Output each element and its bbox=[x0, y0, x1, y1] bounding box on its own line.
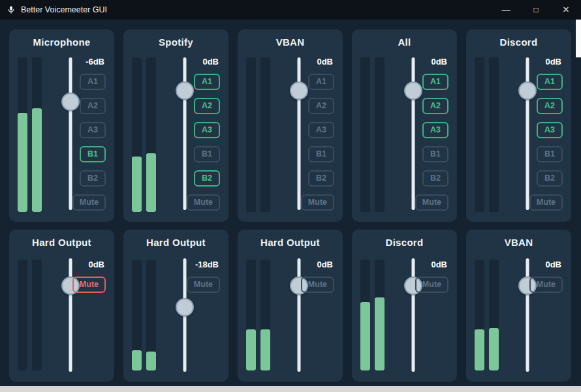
bus-a1-button[interactable]: A1 bbox=[537, 74, 563, 90]
slider-track bbox=[412, 57, 415, 210]
gain-db-label: 0dB bbox=[545, 260, 561, 271]
vu-meter-left bbox=[475, 260, 484, 370]
window-controls: — □ × bbox=[491, 0, 581, 20]
vu-meter-right-fill bbox=[146, 352, 156, 370]
vu-meters bbox=[132, 57, 156, 212]
vu-meter-right-fill bbox=[375, 297, 385, 370]
mute-button[interactable]: Mute bbox=[72, 277, 106, 293]
strip-controls: 0dB A1A2A3B1B2Mute bbox=[187, 57, 220, 211]
gain-db-label: 0dB bbox=[317, 57, 333, 68]
mute-button[interactable]: Mute bbox=[415, 277, 448, 293]
vu-meter-left bbox=[246, 57, 256, 212]
bus-b2-button[interactable]: B2 bbox=[80, 170, 106, 187]
close-button[interactable]: × bbox=[551, 0, 581, 20]
vu-meter-left bbox=[18, 57, 27, 212]
slider-knob[interactable] bbox=[176, 298, 194, 316]
bus-a2-button[interactable]: A2 bbox=[194, 98, 220, 114]
mute-button[interactable]: Mute bbox=[72, 194, 106, 211]
titlebar: Better Voicemeeter GUI — □ × bbox=[0, 0, 581, 20]
bus-buttons: A1A2A3B1B2Mute bbox=[529, 74, 563, 211]
gain-db-label: 0dB bbox=[431, 260, 447, 271]
bus-buttons: A1A2A3B1B2Mute bbox=[415, 74, 448, 211]
bus-buttons: A1A2A3B1B2Mute bbox=[72, 74, 106, 211]
bus-b1-button[interactable]: B1 bbox=[194, 146, 220, 162]
bus-b1-button[interactable]: B1 bbox=[537, 146, 563, 162]
slider-track bbox=[526, 57, 529, 210]
bus-buttons: A1A2A3B1B2Mute bbox=[301, 74, 334, 211]
strip-title: All bbox=[352, 29, 457, 48]
vu-meters bbox=[360, 260, 385, 370]
mute-button[interactable]: Mute bbox=[529, 194, 563, 211]
mute-button[interactable]: Mute bbox=[301, 277, 334, 293]
bus-a2-button[interactable]: A2 bbox=[537, 98, 563, 114]
mute-button[interactable]: Mute bbox=[187, 277, 220, 293]
slider-track bbox=[69, 258, 72, 372]
bus-b1-button[interactable]: B1 bbox=[422, 146, 448, 162]
vu-meter-left-fill bbox=[475, 329, 484, 370]
bus-a1-button[interactable]: A1 bbox=[422, 74, 448, 90]
bus-a3-button[interactable]: A3 bbox=[537, 122, 563, 138]
bus-a1-button[interactable]: A1 bbox=[80, 74, 106, 90]
bus-b2-button[interactable]: B2 bbox=[194, 170, 220, 187]
mute-button[interactable]: Mute bbox=[301, 194, 334, 211]
channel-strip: Hard Output -18dB Mute bbox=[123, 230, 228, 382]
vu-meter-right-fill bbox=[260, 329, 270, 370]
vu-meter-right-fill bbox=[146, 153, 156, 212]
vu-meter-right bbox=[146, 57, 156, 212]
bus-b2-button[interactable]: B2 bbox=[308, 170, 334, 187]
vu-meter-left-fill bbox=[132, 157, 142, 212]
strip-controls: 0dB Mute bbox=[415, 260, 448, 293]
strip-title: Hard Output bbox=[238, 230, 343, 248]
vu-meter-right bbox=[260, 57, 270, 212]
strip-title: Hard Output bbox=[123, 230, 228, 248]
bus-a2-button[interactable]: A2 bbox=[80, 98, 106, 114]
vu-meter-left-fill bbox=[360, 302, 370, 370]
slider-track bbox=[183, 57, 187, 210]
vu-meter-right bbox=[32, 57, 42, 212]
strip-title: Discord bbox=[466, 29, 571, 48]
slider-track bbox=[412, 258, 415, 372]
vu-meter-left bbox=[18, 260, 27, 370]
vu-meters bbox=[18, 260, 42, 370]
slider-track bbox=[69, 57, 72, 210]
bus-a3-button[interactable]: A3 bbox=[422, 122, 448, 138]
bus-a2-button[interactable]: A2 bbox=[422, 98, 448, 114]
bus-b2-button[interactable]: B2 bbox=[537, 170, 563, 187]
vu-meters bbox=[246, 57, 270, 212]
minimize-button[interactable]: — bbox=[491, 0, 521, 20]
bus-a1-button[interactable]: A1 bbox=[308, 74, 334, 90]
bus-buttons: Mute bbox=[187, 277, 220, 293]
vu-meter-left bbox=[360, 57, 370, 212]
right-scrollbar-sliver[interactable] bbox=[576, 20, 581, 57]
mute-button[interactable]: Mute bbox=[187, 194, 220, 211]
gain-db-label: -18dB bbox=[195, 260, 219, 271]
bus-b1-button[interactable]: B1 bbox=[308, 146, 334, 162]
strip-controls: 0dB Mute bbox=[72, 260, 106, 293]
vu-meter-right bbox=[146, 260, 156, 370]
channel-strip: Spotify 0dB A1A2A3B1B2Mute bbox=[123, 29, 228, 222]
strip-controls: 0dB A1A2A3B1B2Mute bbox=[301, 57, 334, 211]
bus-a3-button[interactable]: A3 bbox=[194, 122, 220, 138]
gain-db-label: -6dB bbox=[86, 57, 104, 68]
bus-a2-button[interactable]: A2 bbox=[308, 98, 334, 114]
bus-b2-button[interactable]: B2 bbox=[422, 170, 448, 187]
bus-buttons: Mute bbox=[72, 277, 106, 293]
vu-meter-left bbox=[132, 57, 142, 212]
strip-title: VBAN bbox=[466, 230, 571, 248]
maximize-button[interactable]: □ bbox=[521, 0, 551, 20]
vu-meter-right bbox=[375, 57, 385, 212]
mute-button[interactable]: Mute bbox=[529, 277, 563, 293]
slider-track bbox=[298, 258, 301, 372]
bus-a3-button[interactable]: A3 bbox=[80, 122, 106, 138]
vu-meter-right-fill bbox=[489, 328, 499, 370]
mute-button[interactable]: Mute bbox=[415, 194, 448, 211]
gain-db-label: 0dB bbox=[431, 57, 447, 68]
strip-controls: 0dB A1A2A3B1B2Mute bbox=[415, 57, 448, 211]
bus-a1-button[interactable]: A1 bbox=[194, 74, 220, 90]
bus-a3-button[interactable]: A3 bbox=[308, 122, 334, 138]
vu-meters bbox=[360, 57, 385, 212]
bus-b1-button[interactable]: B1 bbox=[80, 146, 106, 162]
channel-strip: Hard Output 0dB Mute bbox=[9, 230, 114, 382]
channel-strip: All 0dB A1A2A3B1B2Mute bbox=[352, 29, 457, 222]
vu-meter-right bbox=[489, 57, 499, 212]
